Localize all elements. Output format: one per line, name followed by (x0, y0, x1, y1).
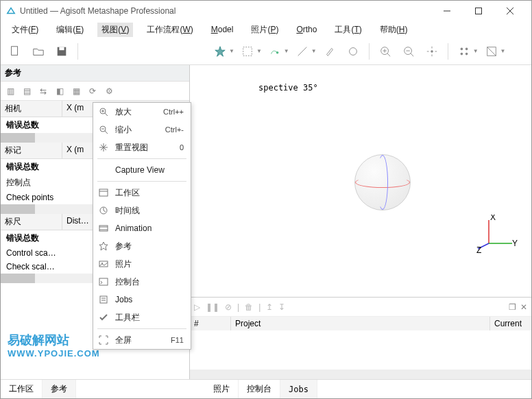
jobs-play-icon[interactable]: ▷ (194, 302, 200, 312)
footer-tab-工作区[interactable]: 工作区 (1, 380, 43, 398)
svg-rect-32 (99, 189, 108, 196)
menu-item-照片[interactable]: 照片 (93, 255, 191, 273)
svg-rect-35 (99, 226, 108, 231)
menu-item-label: 参考 (115, 241, 184, 252)
draw-tool-button[interactable] (343, 41, 363, 62)
menu-item-放大[interactable]: 放大Ctrl++ (93, 103, 191, 121)
jobs-down-icon[interactable]: ↧ (278, 302, 285, 312)
svg-line-9 (298, 47, 306, 56)
menu-item-label: 时间线 (115, 205, 184, 217)
menu-item-工作区[interactable]: 工作区 (93, 184, 191, 202)
ruler-tool-button[interactable]: ▼ (292, 41, 317, 62)
marker-tool-button[interactable] (319, 41, 340, 62)
menu-item-label: 工作区 (115, 187, 184, 199)
jobs-icon (97, 293, 110, 306)
menu-item-缩小[interactable]: 缩小Ctrl+- (93, 121, 191, 138)
settings-icon[interactable]: ⚙ (102, 84, 116, 98)
jobs-stop-icon[interactable]: ⊘ (225, 302, 232, 312)
photos-icon (97, 258, 110, 270)
jobs-pause-icon[interactable]: ❚❚ (206, 302, 219, 312)
table-icon[interactable]: ▦ (69, 84, 83, 98)
jobs-scrollbar[interactable] (190, 370, 531, 379)
display-mode-button[interactable]: ▼ (454, 41, 479, 62)
navigate-tool-button[interactable]: ▼ (210, 41, 234, 62)
window-maximize-button[interactable] (463, 1, 494, 21)
axis-gizmo-icon: X Y Z (476, 215, 518, 256)
menu-item-label: 全屏 (115, 335, 165, 346)
select-tool-button[interactable]: ▼ (237, 41, 262, 62)
menu-item-重置视图[interactable]: 重置视图0 (93, 138, 191, 156)
svg-rect-41 (100, 296, 107, 303)
jobs-up-icon[interactable]: ↥ (266, 302, 273, 312)
jobs-delete-icon[interactable]: 🗑 (245, 302, 253, 312)
model-viewport[interactable]: spective 35° X Y Z (190, 65, 531, 297)
panel-close-icon[interactable]: ✕ (520, 302, 527, 312)
menu-视图[interactable]: 视图(V) (97, 23, 133, 37)
menu-item-控制台[interactable]: 控制台 (93, 273, 191, 291)
zoom-out-button[interactable] (398, 41, 419, 62)
menu-工作流程[interactable]: 工作流程(W) (143, 23, 197, 37)
menu-item-shortcut: Ctrl+- (165, 125, 184, 134)
blank-icon (97, 164, 110, 176)
menu-照片[interactable]: 照片(P) (247, 23, 282, 37)
svg-line-24 (487, 47, 496, 56)
zoom-out-icon (97, 123, 110, 136)
menu-编辑[interactable]: 编辑(E) (52, 23, 88, 37)
svg-point-19 (460, 47, 463, 50)
menu-item-全屏[interactable]: 全屏F11 (93, 331, 191, 349)
menu-item-Animation[interactable]: Animation (93, 219, 191, 237)
menu-Model[interactable]: Model (207, 23, 238, 36)
panel-restore-icon[interactable]: ❐ (509, 302, 516, 312)
menu-item-工具栏[interactable]: 工具栏 (93, 309, 191, 326)
svg-rect-1 (476, 8, 482, 14)
refresh-icon[interactable]: ⟳ (86, 84, 99, 98)
fullscreen-icon (97, 334, 110, 346)
svg-line-14 (387, 53, 390, 56)
svg-rect-7 (243, 47, 252, 56)
focus-button[interactable] (422, 41, 442, 62)
reference-panel-title: 参考 (1, 65, 189, 82)
menu-item-label: 放大 (115, 106, 158, 118)
svg-text:Z: Z (476, 245, 481, 255)
footer-tab-照片[interactable]: 照片 (205, 380, 239, 398)
camera-icon[interactable]: ◧ (53, 84, 66, 98)
title-bar: Untitled — Agisoft Metashape Professiona… (1, 1, 531, 21)
view-mode-button[interactable]: ▼ (481, 41, 506, 62)
menu-帮助[interactable]: 帮助(H) (376, 23, 412, 37)
menu-item-参考[interactable]: 参考 (93, 237, 191, 255)
open-file-button[interactable] (28, 41, 49, 62)
menu-item-shortcut: F11 (171, 336, 184, 344)
footer-tab-参考[interactable]: 参考 (43, 380, 76, 398)
animation-icon (97, 222, 110, 234)
svg-point-8 (276, 51, 279, 54)
view-menu-dropdown: 放大Ctrl++缩小Ctrl+-重置视图0Capture View工作区时间线A… (93, 102, 191, 350)
import-icon[interactable]: ▥ (3, 84, 17, 98)
export-icon[interactable]: ▤ (20, 84, 34, 98)
footer-tab-Jobs[interactable]: Jobs (280, 380, 317, 398)
menu-item-Jobs[interactable]: Jobs (93, 291, 191, 309)
window-minimize-button[interactable] (431, 1, 463, 21)
menu-item-Capture View[interactable]: Capture View (93, 161, 191, 179)
footer-tab-控制台[interactable]: 控制台 (239, 380, 280, 398)
menu-文件[interactable]: 文件(F) (8, 23, 43, 37)
app-logo-icon (6, 6, 16, 16)
jobs-col-project[interactable]: Project (231, 317, 490, 330)
jobs-col-index[interactable]: # (190, 317, 231, 330)
window-close-button[interactable] (494, 1, 526, 21)
save-button[interactable] (51, 41, 72, 62)
svg-rect-4 (12, 46, 18, 55)
menu-item-时间线[interactable]: 时间线 (93, 202, 191, 219)
region-tool-button[interactable]: ▼ (265, 41, 289, 62)
jobs-col-current[interactable]: Current (490, 317, 531, 330)
menu-item-label: Animation (115, 223, 184, 233)
convert-icon[interactable]: ⇆ (36, 84, 50, 98)
menu-item-label: 控制台 (115, 276, 184, 288)
zoom-in-button[interactable] (375, 41, 396, 62)
svg-text:Y: Y (512, 239, 518, 248)
menu-工具[interactable]: 工具(T) (330, 23, 365, 37)
new-file-button[interactable] (5, 41, 25, 62)
main-toolbar: ▼ ▼ ▼ ▼ ▼ ▼ (1, 38, 531, 65)
menu-item-shortcut: 0 (180, 143, 184, 152)
svg-line-28 (105, 113, 108, 116)
menu-Ortho[interactable]: Ortho (292, 23, 321, 36)
